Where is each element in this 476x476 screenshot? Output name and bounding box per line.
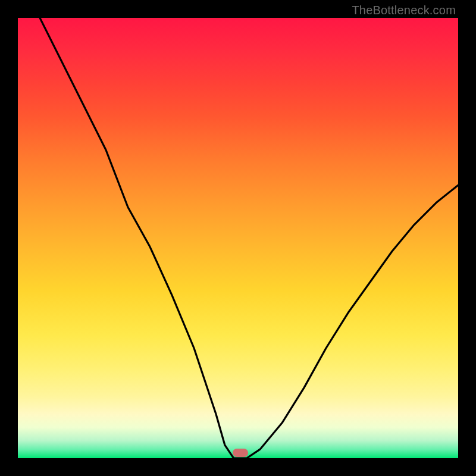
plot-area — [18, 18, 458, 458]
bottleneck-curve — [18, 18, 458, 458]
minimum-marker — [233, 449, 248, 457]
chart-frame: TheBottleneck.com — [0, 0, 476, 476]
watermark-text: TheBottleneck.com — [352, 4, 456, 17]
